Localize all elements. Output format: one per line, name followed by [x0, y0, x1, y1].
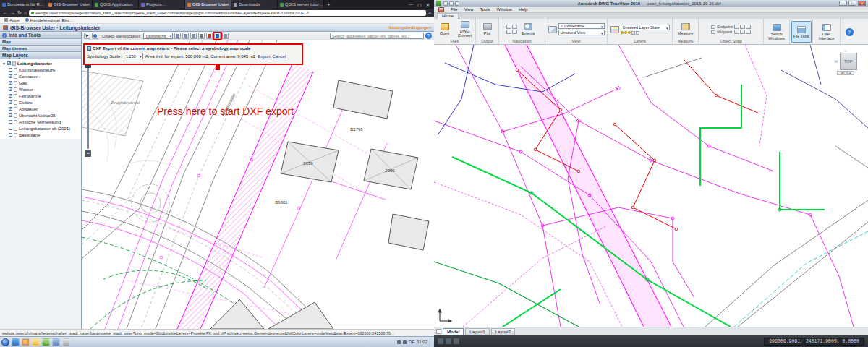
print-button[interactable] — [198, 33, 205, 39]
menu-view[interactable]: View — [464, 7, 474, 12]
pdf-export-button[interactable] — [206, 33, 213, 39]
layout-list-icon[interactable] — [436, 329, 441, 334]
minimize-icon[interactable]: — — [409, 2, 413, 7]
identify-cursor-icon[interactable] — [84, 33, 90, 39]
dxf-export-button[interactable]: Export map extent as DXF — [214, 33, 221, 39]
keyboard-language[interactable]: DE — [409, 340, 414, 344]
layer-item[interactable]: Swisscom — [0, 73, 81, 80]
layer-isolate-icon[interactable] — [631, 31, 635, 35]
perpendicular-snap-icon[interactable] — [746, 30, 751, 34]
qat-button[interactable] — [443, 1, 448, 6]
taskbar-app-icon[interactable] — [52, 338, 60, 346]
maximize-icon[interactable]: ▢ — [848, 1, 856, 6]
user-interface-button[interactable]: User Interface — [814, 24, 839, 40]
browser-tab[interactable]: Projects… — [139, 0, 185, 9]
menu-icon[interactable]: ≡ — [428, 10, 431, 15]
browser-tab[interactable]: QGIS server tutor… — [278, 0, 324, 9]
object-id-select[interactable]: Topmost hit — [143, 33, 173, 39]
application-menu-icon[interactable] — [438, 7, 444, 12]
bookmark-apps[interactable]: Apps — [4, 18, 20, 22]
help-icon[interactable]: ? — [425, 33, 432, 39]
zoom-out-button[interactable]: − — [85, 150, 91, 157]
tab-model[interactable]: Model — [443, 328, 464, 335]
layer-checkbox[interactable] — [9, 94, 12, 98]
zoom-extents-button[interactable]: Extents — [519, 23, 537, 35]
layer-item-root[interactable]: ▼ Leitungskataster — [0, 60, 81, 67]
switch-windows-button[interactable]: Switch Windows — [765, 24, 788, 40]
quadrant-snap-icon[interactable] — [746, 25, 751, 29]
layer-checkbox[interactable] — [9, 107, 12, 111]
scale-select[interactable]: 1:250 — [124, 53, 143, 59]
layer-off-icon[interactable] — [636, 31, 639, 35]
browser-tab[interactable]: Downloads — [231, 0, 278, 9]
layer-item[interactable]: Übersicht Vektor25 — [0, 112, 81, 119]
layer-item[interactable]: Koordinatenkreuze — [0, 67, 81, 73]
layer-checkbox[interactable] — [9, 81, 12, 85]
tray-icon[interactable] — [397, 340, 401, 344]
status-tool-icon[interactable] — [438, 338, 443, 344]
menu-file[interactable]: File — [451, 7, 458, 12]
extension-snap-icon[interactable] — [740, 30, 745, 34]
view-select[interactable]: Unsaved View — [558, 30, 605, 35]
search-input[interactable] — [330, 33, 424, 39]
url-bar[interactable]: webgis.uster.ch/maps/liegenschaften_stad… — [29, 10, 426, 16]
help-icon[interactable]: ? — [846, 28, 854, 36]
layer-item[interactable]: Elektro — [0, 99, 81, 106]
minimize-icon[interactable]: — — [839, 1, 847, 6]
layer-checkbox[interactable] — [7, 61, 11, 65]
map-themes-header[interactable]: Map themes — [0, 46, 81, 52]
layer-properties-icon[interactable] — [610, 26, 619, 33]
layer-checkbox[interactable] — [9, 87, 12, 91]
layer-checkbox[interactable] — [9, 68, 12, 72]
expander-icon[interactable]: ▼ — [2, 61, 6, 66]
measure-button[interactable]: Measure — [676, 23, 695, 35]
orbit-icon[interactable] — [506, 30, 511, 34]
viewcube-wcs-menu[interactable]: WCS ▾ — [837, 71, 854, 75]
browser-tab-active[interactable]: GIS-Browser Uster…✕ — [185, 0, 231, 9]
node-snap-icon[interactable] — [740, 25, 745, 29]
bookmark-handelsregister[interactable]: Handelsregister Eint… — [25, 18, 74, 22]
terms-link[interactable]: Nutzungsbedingungen — [388, 25, 431, 30]
qat-button[interactable] — [449, 1, 454, 6]
qat-button[interactable] — [455, 1, 459, 6]
taskbar-app-icon[interactable] — [62, 338, 70, 346]
endpoint-snap-button[interactable]: Endpoint — [711, 25, 733, 29]
taskbar-ie-icon[interactable] — [12, 338, 20, 346]
layer-checkbox[interactable] — [9, 133, 12, 137]
layer-state-select[interactable]: Unsaved Layer State — [621, 25, 670, 30]
layer-checkbox[interactable] — [9, 127, 12, 130]
menu-window[interactable]: Window — [497, 7, 512, 12]
reload-icon[interactable]: ↻ — [17, 10, 22, 15]
midpoint-snap-button[interactable]: Midpoint — [711, 30, 733, 34]
layer-checkbox[interactable] — [9, 120, 12, 124]
steering-wheel-icon[interactable] — [512, 30, 517, 34]
browser-tab[interactable]: Bundesamt für R… — [0, 0, 46, 9]
plot-button[interactable]: Plot — [478, 23, 497, 35]
map-header[interactable]: Map — [0, 39, 81, 46]
open-button[interactable]: Open — [435, 23, 454, 35]
map-layers-header[interactable]: Map Layers — [0, 52, 81, 59]
browser-tab[interactable]: QGIS Application — [93, 0, 139, 9]
cancel-button[interactable]: Cancel — [273, 54, 286, 59]
visual-style-select[interactable]: 2D Wireframe — [558, 23, 605, 29]
viewcube-top-face[interactable]: TOP — [840, 53, 857, 70]
layer-item[interactable]: Amtliche Vermessung — [0, 119, 81, 125]
forward-icon[interactable]: → — [10, 10, 15, 15]
taskbar-explorer-icon[interactable] — [32, 338, 40, 346]
bookmark-star-icon[interactable]: ★ — [305, 10, 309, 15]
viewcube-west-label[interactable]: W — [834, 59, 838, 64]
pan-icon[interactable] — [506, 25, 511, 29]
tab-layout2[interactable]: Layout2 — [491, 328, 515, 335]
dwg-convert-button[interactable]: DWG Convert — [456, 21, 475, 38]
close-icon[interactable]: ✕ — [858, 1, 866, 6]
export-button[interactable]: Export — [258, 54, 270, 59]
taskbar-qgis-icon[interactable] — [42, 338, 50, 346]
taskbar-firefox-icon[interactable] — [22, 338, 30, 346]
layer-checkbox[interactable] — [9, 113, 12, 117]
layer-item[interactable]: Wasser — [0, 86, 81, 93]
info-button[interactable] — [92, 33, 98, 39]
menu-help[interactable]: Help — [519, 7, 527, 12]
show-desktop-button[interactable] — [430, 337, 433, 347]
back-icon[interactable]: ← — [3, 10, 8, 15]
status-tool-icon[interactable] — [446, 338, 451, 344]
